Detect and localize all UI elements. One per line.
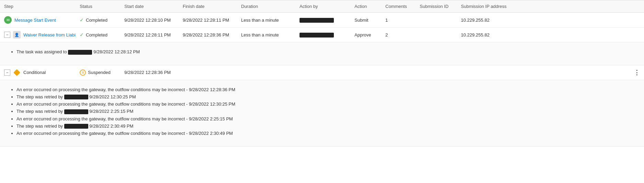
col-header-actionby: Action by: [295, 0, 350, 13]
action-1: Submit: [350, 13, 381, 28]
detail-list-item: The step was retried by 9/28/2022 2:25:1…: [16, 109, 633, 114]
conditional-status-text: Suspended: [88, 70, 111, 75]
redacted-user-1: [300, 18, 334, 23]
actionby-1: [295, 13, 350, 28]
status-text-1: Completed: [86, 18, 108, 23]
col-header-step: Step: [0, 0, 76, 13]
col-header-start: Start date: [120, 0, 179, 13]
finish-date-1: 9/28/2022 12:28:11 PM: [179, 13, 237, 28]
start-date-2: 9/28/2022 12:28:11 PM: [120, 28, 179, 42]
assignment-date: 9/28/2022 12:28:12 PM: [93, 49, 140, 54]
assignment-text: The task was assigned to: [16, 49, 67, 54]
col-header-action: Action: [350, 0, 381, 13]
table-header: Step Status Start date Finish date Durat…: [0, 0, 644, 13]
col-header-comments: Comments: [381, 0, 416, 13]
conditional-status-cell: ⏸ Suspended: [76, 65, 120, 80]
duration-2: Less than a minute: [237, 28, 295, 42]
detail-list-item: An error occurred on processing the gate…: [16, 87, 633, 92]
comments-2: 2: [381, 28, 416, 42]
col-header-subid: Submission ID: [416, 0, 457, 13]
redacted-user-detail: [64, 95, 88, 99]
redacted-user-detail: [64, 109, 88, 114]
subip-2: 10.229.255.82: [457, 28, 644, 42]
conditional-start-date: 9/28/2022 12:28:36 PM: [120, 65, 179, 80]
col-header-subip: Submission IP address: [457, 0, 644, 13]
conditional-finish-date: [179, 65, 237, 80]
detail-list-item: An error occurred on processing the gate…: [16, 131, 633, 136]
subip-1: 10.229.255.82: [457, 13, 644, 28]
action-2: Approve: [350, 28, 381, 42]
conditional-action: [350, 65, 381, 80]
message-start-icon: ✉: [4, 16, 12, 24]
condition-diamond-icon: [13, 69, 21, 76]
table-row: ✉ Message Start Event ✓ Completed 9/28/2…: [0, 13, 644, 28]
actionby-2: [295, 28, 350, 42]
conditional-subid: [416, 65, 457, 80]
expand-button-waiver[interactable]: −: [4, 32, 10, 38]
duration-1: Less than a minute: [237, 13, 295, 28]
redacted-assignee: [68, 50, 92, 55]
redacted-user-detail: [64, 124, 88, 129]
waiver-detail-row: The task was assigned to 9/28/2022 12:28…: [0, 42, 644, 65]
step-link-message-start[interactable]: Message Start Event: [14, 18, 56, 23]
conditional-detail-content: An error occurred on processing the gate…: [4, 84, 640, 143]
conditional-step-label: Conditional: [23, 70, 46, 75]
step-cell-2: − 👤 Waiver Release from Liabilit...: [0, 28, 76, 42]
waiver-detail-content: The task was assigned to 9/28/2022 12:28…: [4, 46, 640, 62]
conditional-row: − Conditional ⏸ Suspended 9/28/2022 12:2…: [0, 65, 644, 80]
step-cell: ✉ Message Start Event: [0, 13, 76, 28]
conditional-comments: [381, 65, 416, 80]
conditional-step-cell: − Conditional: [0, 65, 76, 80]
col-header-finish: Finish date: [179, 0, 237, 13]
status-cell-2: ✓ Completed: [76, 28, 120, 42]
workflow-table: Step Status Start date Finish date Durat…: [0, 0, 644, 147]
redacted-user-2: [300, 33, 334, 37]
check-icon-2: ✓: [80, 32, 84, 37]
conditional-actionby: [295, 65, 350, 80]
detail-list-item: The step was retried by 9/28/2022 2:30:4…: [16, 123, 633, 129]
more-options-button[interactable]: ⋮: [634, 69, 640, 76]
col-header-duration: Duration: [237, 0, 295, 13]
subid-2: [416, 28, 457, 42]
status-text-2: Completed: [86, 32, 108, 37]
waiver-assignment-item: The task was assigned to 9/28/2022 12:28…: [16, 49, 633, 55]
status-cell-1: ✓ Completed: [76, 13, 120, 28]
conditional-duration: [237, 65, 295, 80]
comments-1: 1: [381, 13, 416, 28]
detail-list-item: An error occurred on processing the gate…: [16, 101, 633, 107]
conditional-detail-cell: An error occurred on processing the gate…: [0, 80, 644, 147]
task-icon: 👤: [13, 31, 21, 39]
col-header-status: Status: [76, 0, 120, 13]
check-icon-1: ✓: [80, 17, 84, 23]
table-row: − 👤 Waiver Release from Liabilit... ✓ Co…: [0, 28, 644, 42]
finish-date-2: 9/28/2022 12:28:36 PM: [179, 28, 237, 42]
waiver-detail-cell: The task was assigned to 9/28/2022 12:28…: [0, 42, 644, 65]
conditional-detail-row: An error occurred on processing the gate…: [0, 80, 644, 147]
detail-list-item: The step was retried by 9/28/2022 12:30:…: [16, 94, 633, 100]
start-date-1: 9/28/2022 12:28:10 PM: [120, 13, 179, 28]
detail-list-item: An error occurred on processing the gate…: [16, 116, 633, 121]
pause-icon: ⏸: [80, 69, 86, 76]
subid-1: [416, 13, 457, 28]
step-link-waiver[interactable]: Waiver Release from Liabilit...: [23, 32, 76, 37]
expand-button-conditional[interactable]: −: [4, 69, 10, 76]
conditional-subip: ⋮: [457, 65, 644, 80]
